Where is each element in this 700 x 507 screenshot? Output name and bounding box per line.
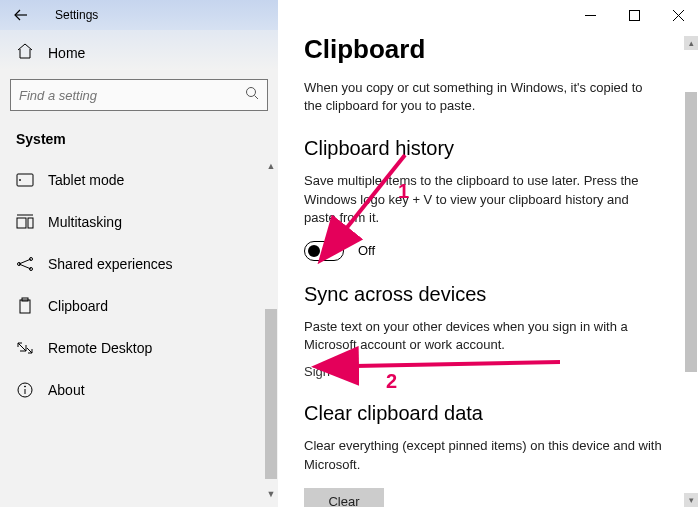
sidebar-item-remote-desktop[interactable]: Remote Desktop — [0, 327, 278, 369]
svg-line-6 — [255, 96, 259, 100]
history-desc: Save multiple items to the clipboard to … — [304, 172, 664, 227]
toggle-knob — [308, 245, 320, 257]
intro-text: When you copy or cut something in Window… — [304, 79, 664, 115]
window-title-bar: Settings — [0, 0, 278, 30]
sidebar: Settings Home — [0, 0, 278, 507]
sync-desc: Paste text on your other devices when yo… — [304, 318, 664, 354]
clear-desc: Clear everything (except pinned items) o… — [304, 437, 664, 473]
search-icon — [245, 86, 259, 104]
clipboard-icon — [16, 297, 34, 315]
sidebar-item-label: Tablet mode — [48, 172, 124, 188]
sidebar-item-label: Shared experiences — [48, 256, 173, 272]
svg-point-5 — [247, 88, 256, 97]
scrollbar-thumb[interactable] — [265, 309, 277, 479]
maximize-button[interactable] — [612, 0, 656, 30]
svg-point-8 — [20, 180, 21, 181]
clear-button[interactable]: Clear — [304, 488, 384, 507]
toggle-state-label: Off — [358, 243, 375, 258]
window-controls — [568, 0, 700, 30]
svg-rect-17 — [20, 300, 30, 313]
content-pane: Clipboard When you copy or cut something… — [278, 0, 700, 507]
svg-point-25 — [25, 386, 26, 387]
tablet-icon — [16, 171, 34, 189]
sign-in-link[interactable]: Sign in — [304, 364, 344, 379]
sidebar-item-shared-experiences[interactable]: Shared experiences — [0, 243, 278, 285]
sidebar-nav: Tablet mode Multitasking Shared exper — [0, 159, 278, 501]
sidebar-scrollbar[interactable]: ▲ ▼ — [264, 159, 278, 501]
page-title: Clipboard — [304, 34, 674, 65]
sidebar-item-label: Multitasking — [48, 214, 122, 230]
sidebar-item-multitasking[interactable]: Multitasking — [0, 201, 278, 243]
sidebar-item-clipboard[interactable]: Clipboard — [0, 285, 278, 327]
close-button[interactable] — [656, 0, 700, 30]
sidebar-item-about[interactable]: About — [0, 369, 278, 411]
sidebar-group-label: System — [0, 125, 278, 159]
minimize-button[interactable] — [568, 0, 612, 30]
svg-line-22 — [27, 348, 32, 353]
svg-rect-1 — [629, 10, 639, 20]
scroll-down-icon[interactable]: ▾ — [684, 493, 698, 507]
shared-icon — [16, 255, 34, 273]
scroll-up-icon[interactable]: ▴ — [684, 36, 698, 50]
search-input[interactable] — [10, 79, 268, 111]
sidebar-item-label: About — [48, 382, 85, 398]
svg-rect-10 — [28, 218, 33, 228]
section-sync: Sync across devices — [304, 283, 674, 306]
svg-rect-9 — [17, 218, 26, 228]
sidebar-item-label: Clipboard — [48, 298, 108, 314]
sidebar-item-label: Remote Desktop — [48, 340, 152, 356]
search-field[interactable] — [19, 88, 245, 103]
home-icon — [16, 42, 34, 63]
history-toggle[interactable] — [304, 241, 344, 261]
scroll-down-icon[interactable]: ▼ — [264, 487, 278, 501]
sidebar-home[interactable]: Home — [0, 30, 278, 75]
section-clear: Clear clipboard data — [304, 402, 674, 425]
window-title: Settings — [55, 8, 98, 22]
content-scrollbar[interactable]: ▴ ▾ — [684, 36, 698, 507]
svg-line-21 — [18, 343, 23, 348]
sidebar-home-label: Home — [48, 45, 85, 61]
remote-desktop-icon — [16, 339, 34, 357]
info-icon — [16, 381, 34, 399]
scrollbar-thumb[interactable] — [685, 92, 697, 372]
multitasking-icon — [16, 213, 34, 231]
section-clipboard-history: Clipboard history — [304, 137, 674, 160]
sidebar-item-tablet-mode[interactable]: Tablet mode — [0, 159, 278, 201]
scroll-up-icon[interactable]: ▲ — [264, 159, 278, 173]
back-button[interactable] — [10, 4, 32, 26]
